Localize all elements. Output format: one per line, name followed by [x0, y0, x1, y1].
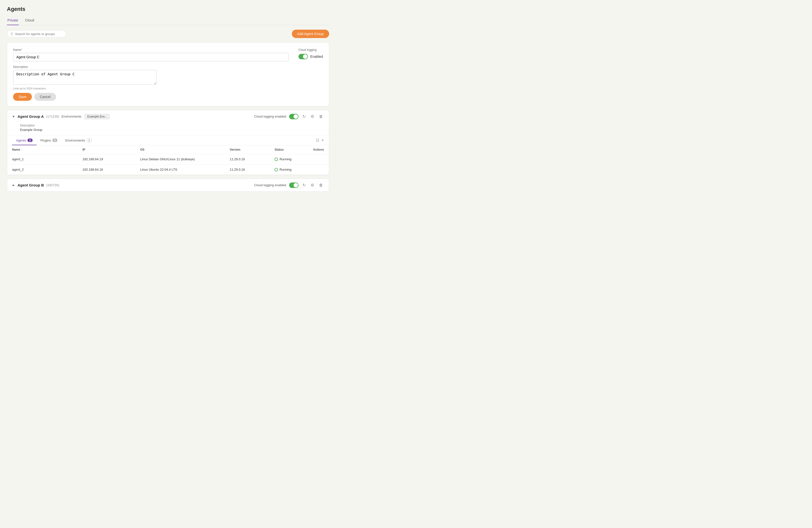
group-a-cloud-logging-label: Cloud logging enabled — [254, 115, 286, 118]
description-textarea[interactable] — [13, 70, 156, 85]
group-a-cloud-logging-toggle[interactable] — [289, 114, 299, 119]
group-a-header: ▼ Agent Group A (171230) Environments: E… — [7, 110, 329, 123]
search-input[interactable] — [15, 32, 62, 36]
group-a-tabs: Agents 2 Plugins 0 Environments 1 ☷ + — [7, 135, 329, 145]
char-limit-text: Limit up to 1024 characters. — [13, 87, 323, 90]
agent-1-actions — [308, 154, 329, 165]
agent-1-os: Linux Debian GNU/Linux 11 (bullseye) — [135, 154, 224, 165]
agent-1-status: Running — [270, 154, 308, 165]
agent-2-version: 11.29.0.16 — [225, 165, 270, 175]
group-a-chevron[interactable]: ▼ — [12, 115, 15, 118]
col-header-status: Status — [270, 146, 308, 154]
group-a-description: Description Example Group — [7, 123, 329, 135]
tab-cloud[interactable]: Cloud — [25, 16, 35, 25]
cloud-logging-label: Cloud logging — [299, 48, 323, 51]
agent-1-name: agent_1 — [7, 154, 77, 165]
name-label: Name* — [13, 48, 289, 51]
cloud-logging-toggle-row: Enabled — [299, 54, 323, 59]
group-card-b: ► Agent Group B (192720) Cloud logging e… — [7, 179, 329, 192]
agent-1-version: 11.29.0.16 — [225, 154, 270, 165]
group-b-cloud-logging-label: Cloud logging enabled — [254, 183, 286, 187]
group-a-delete-icon[interactable]: 🗑 — [318, 114, 324, 119]
col-header-name: Name ↑ — [7, 146, 77, 154]
table-row: agent_2 192.168.64.16 Linux Ubuntu 22.04… — [7, 165, 329, 175]
cloud-logging-toggle[interactable] — [299, 54, 308, 59]
agent-2-status-dot — [275, 168, 278, 171]
group-b-id: (192720) — [46, 183, 59, 187]
agents-table: Name ↑ IP OS Version Status Actions agen… — [7, 145, 329, 175]
cancel-button[interactable]: Cancel — [34, 93, 56, 101]
group-a-refresh-icon[interactable]: ↻ — [302, 114, 307, 119]
agent-group-form-card: Name* Cloud logging Enabled Description … — [7, 43, 329, 106]
cloud-logging-form-group: Cloud logging Enabled — [299, 48, 323, 61]
agent-2-status: Running — [270, 165, 308, 175]
table-row: agent_1 192.168.64.19 Linux Debian GNU/L… — [7, 154, 329, 165]
group-b-name: Agent Group B — [17, 183, 44, 187]
group-a-id: (171230) — [46, 115, 59, 118]
group-a-desc-value: Example Group — [20, 128, 324, 132]
group-a-plugins-badge: 0 — [53, 138, 57, 142]
save-button[interactable]: Save — [13, 93, 32, 101]
form-top-row: Name* Cloud logging Enabled — [13, 48, 323, 61]
group-b-chevron[interactable]: ► — [12, 183, 15, 187]
agent-1-ip: 192.168.64.19 — [77, 154, 135, 165]
add-agent-group-button[interactable]: Add Agent Group — [292, 30, 329, 38]
col-header-actions: Actions — [308, 146, 329, 154]
group-a-header-left: ▼ Agent Group A (171230) Environments: E… — [12, 114, 110, 119]
group-a-env-label: Environments: — [61, 115, 82, 118]
group-b-cloud-logging-toggle[interactable] — [289, 182, 299, 188]
group-a-header-right: Cloud logging enabled ↻ ⚙ 🗑 — [254, 114, 324, 119]
agent-2-name: agent_2 — [7, 165, 77, 175]
agent-1-status-dot — [275, 157, 278, 161]
group-card-a: ▼ Agent Group A (171230) Environments: E… — [7, 110, 329, 175]
group-a-settings-icon[interactable]: ⚙ — [310, 114, 315, 119]
group-a-tab-actions: ☷ + — [316, 138, 324, 143]
agent-2-ip: 192.168.64.16 — [77, 165, 135, 175]
name-form-group: Name* — [13, 48, 289, 61]
col-header-ip: IP — [77, 146, 135, 154]
top-bar: ⚲ Add Agent Group — [7, 30, 329, 38]
group-a-desc-label: Description — [20, 124, 324, 127]
group-b-settings-icon[interactable]: ⚙ — [310, 182, 315, 188]
group-a-tab-agents[interactable]: Agents 2 — [12, 135, 37, 145]
group-b-header-right: Cloud logging enabled ↻ ⚙ 🗑 — [254, 182, 324, 188]
agent-2-os: Linux Ubuntu 22.04.4 LTS — [135, 165, 224, 175]
page-title: Agents — [7, 6, 329, 12]
group-b-delete-icon[interactable]: 🗑 — [318, 182, 324, 188]
group-a-tab-list: Agents 2 Plugins 0 Environments 1 — [12, 135, 96, 145]
group-a-name: Agent Group A — [17, 114, 44, 119]
group-b-header-left: ► Agent Group B (192720) — [12, 183, 59, 187]
col-header-version: Version — [225, 146, 270, 154]
group-a-env-badge[interactable]: Example Env... — [85, 114, 110, 119]
group-a-grid-view-icon[interactable]: ☷ — [316, 138, 319, 143]
group-a-environments-badge: 1 — [86, 138, 92, 142]
cloud-logging-text: Enabled — [310, 55, 323, 59]
description-form-group: Description Limit up to 1024 characters. — [13, 65, 323, 90]
agent-2-actions — [308, 165, 329, 175]
group-a-add-icon[interactable]: + — [321, 138, 324, 143]
group-a-tab-environments[interactable]: Environments 1 — [61, 135, 96, 145]
group-b-refresh-icon[interactable]: ↻ — [302, 182, 307, 188]
main-tabs: Private Cloud — [7, 16, 329, 25]
form-button-row: Save Cancel — [13, 93, 323, 101]
tab-private[interactable]: Private — [7, 16, 19, 25]
group-a-agents-badge: 2 — [27, 138, 32, 142]
name-sort-icon[interactable]: ↑ — [21, 148, 23, 151]
col-header-os: OS — [135, 146, 224, 154]
search-icon: ⚲ — [11, 32, 13, 36]
group-b-header: ► Agent Group B (192720) Cloud logging e… — [7, 179, 329, 191]
search-box: ⚲ — [7, 30, 66, 37]
description-label: Description — [13, 65, 323, 69]
required-star: * — [21, 48, 22, 51]
group-a-tab-plugins[interactable]: Plugins 0 — [37, 135, 61, 145]
name-input[interactable] — [13, 53, 289, 61]
